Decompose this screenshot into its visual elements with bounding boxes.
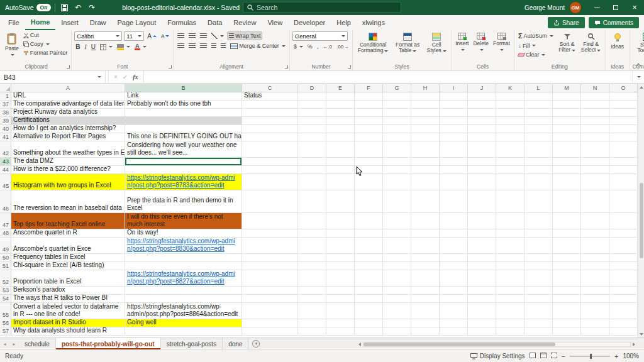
- cell-K52[interactable]: [496, 270, 525, 287]
- cell-D43[interactable]: [298, 158, 326, 166]
- cell-M56[interactable]: [553, 319, 581, 327]
- cell-C45[interactable]: [242, 174, 298, 190]
- row-header-37[interactable]: 37: [0, 101, 11, 109]
- cell-D41[interactable]: [298, 133, 326, 141]
- cell-F54[interactable]: [355, 295, 383, 303]
- cell-A55[interactable]: Convert a labeled vector to dataframe in…: [11, 303, 125, 319]
- cell-O49[interactable]: [609, 238, 638, 254]
- cell-M42[interactable]: [553, 141, 581, 158]
- enter-icon[interactable]: ✓: [123, 74, 128, 80]
- cell-J49[interactable]: [468, 238, 496, 254]
- cell-N53[interactable]: [581, 287, 609, 295]
- font-name-select[interactable]: Calibri: [74, 31, 122, 41]
- sheet-nav-left-icon[interactable]: ◄: [0, 338, 9, 349]
- cell-I46[interactable]: [440, 190, 468, 213]
- cell-F53[interactable]: [355, 287, 383, 295]
- cell-G49[interactable]: [383, 238, 411, 254]
- increase-indent-button[interactable]: [219, 43, 227, 50]
- cell-G47[interactable]: [383, 213, 411, 229]
- minimize-button[interactable]: [587, 0, 606, 15]
- row-header-44[interactable]: 44: [0, 166, 11, 174]
- cell-D48[interactable]: [298, 229, 326, 238]
- bottom-align-button[interactable]: [199, 33, 208, 40]
- cell-O46[interactable]: [609, 190, 638, 213]
- cell-I55[interactable]: [440, 303, 468, 319]
- cell-F52[interactable]: [355, 270, 383, 287]
- cell-G37[interactable]: [383, 101, 411, 109]
- sheet-tab-posts-that-probably-will-go-out[interactable]: posts-that-probably-will-go-out: [56, 338, 161, 349]
- cell-J55[interactable]: [468, 303, 496, 319]
- maximize-button[interactable]: [606, 0, 625, 15]
- cell-M45[interactable]: [553, 174, 581, 190]
- comments-button[interactable]: Comments: [589, 17, 639, 28]
- cell-D52[interactable]: [298, 270, 326, 287]
- cell-K45[interactable]: [496, 174, 525, 190]
- cell-L48[interactable]: [525, 229, 553, 238]
- cell-O48[interactable]: [609, 229, 638, 238]
- document-title[interactable]: blog-post-editorial-calendar.xlsx - Save…: [122, 4, 247, 11]
- cell-O47[interactable]: [609, 213, 638, 229]
- cell-A48[interactable]: Anscombe quartet in R: [11, 229, 125, 238]
- cell-K48[interactable]: [496, 229, 525, 238]
- cell-C50[interactable]: [242, 254, 298, 262]
- cancel-icon[interactable]: ×: [114, 74, 118, 80]
- cell-I45[interactable]: [440, 174, 468, 190]
- cell-N55[interactable]: [581, 303, 609, 319]
- cell-J45[interactable]: [468, 174, 496, 190]
- cell-K44[interactable]: [496, 166, 525, 174]
- cell-N41[interactable]: [581, 133, 609, 141]
- cell-C1[interactable]: Status: [242, 92, 298, 101]
- cell-B44[interactable]: [125, 166, 242, 174]
- cell-D1[interactable]: [298, 92, 326, 101]
- cell-L1[interactable]: [525, 92, 553, 101]
- cell-C52[interactable]: [242, 270, 298, 287]
- cell-D50[interactable]: [298, 254, 326, 262]
- cell-G45[interactable]: [383, 174, 411, 190]
- cell-D54[interactable]: [298, 295, 326, 303]
- search-box[interactable]: Search: [243, 2, 401, 13]
- cell-M51[interactable]: [553, 262, 581, 270]
- column-header-K[interactable]: K: [496, 84, 525, 92]
- cell-G52[interactable]: [383, 270, 411, 287]
- cell-B42[interactable]: Considering how well your weather one st…: [125, 141, 242, 158]
- cell-I1[interactable]: [440, 92, 468, 101]
- cell-I57[interactable]: [440, 327, 468, 336]
- cell-O50[interactable]: [609, 254, 638, 262]
- cell-E47[interactable]: [326, 213, 355, 229]
- cell-F38[interactable]: [355, 109, 383, 117]
- row-header-54[interactable]: 54: [0, 295, 11, 303]
- cell-N51[interactable]: [581, 262, 609, 270]
- cell-N56[interactable]: [581, 319, 609, 327]
- cell-E55[interactable]: [326, 303, 355, 319]
- cell-G48[interactable]: [383, 229, 411, 238]
- number-format-select[interactable]: General: [292, 31, 348, 41]
- decrease-decimal-button[interactable]: .00→: [335, 43, 350, 50]
- cell-D57[interactable]: [298, 327, 326, 336]
- cell-J54[interactable]: [468, 295, 496, 303]
- middle-align-button[interactable]: [187, 33, 197, 40]
- cell-A57[interactable]: Why data analysts should learn R: [11, 327, 125, 336]
- save-button[interactable]: [59, 4, 69, 11]
- select-all-corner[interactable]: [0, 84, 11, 92]
- row-header-41[interactable]: 41: [0, 133, 11, 141]
- cell-H48[interactable]: [411, 229, 440, 238]
- alignment-dialog-launcher-icon[interactable]: [285, 65, 288, 69]
- cell-M55[interactable]: [553, 303, 581, 319]
- cell-H56[interactable]: [411, 319, 440, 327]
- cell-D44[interactable]: [298, 166, 326, 174]
- cell-J39[interactable]: [468, 117, 496, 125]
- scroll-down-icon[interactable]: [640, 333, 643, 336]
- cell-O37[interactable]: [609, 101, 638, 109]
- cell-D53[interactable]: [298, 287, 326, 295]
- redo-button[interactable]: ↷: [87, 4, 97, 11]
- cell-B45[interactable]: https://stringfestanalytics.com/wp-admin…: [125, 174, 242, 190]
- cell-H53[interactable]: [411, 287, 440, 295]
- cell-D46[interactable]: [298, 190, 326, 213]
- cell-E45[interactable]: [326, 174, 355, 190]
- cell-H42[interactable]: [411, 141, 440, 158]
- cell-D40[interactable]: [298, 125, 326, 133]
- decrease-font-size-button[interactable]: A: [160, 33, 170, 40]
- cell-A42[interactable]: Something about the weather types in Exc…: [11, 141, 125, 158]
- cell-H50[interactable]: [411, 254, 440, 262]
- cell-L52[interactable]: [525, 270, 553, 287]
